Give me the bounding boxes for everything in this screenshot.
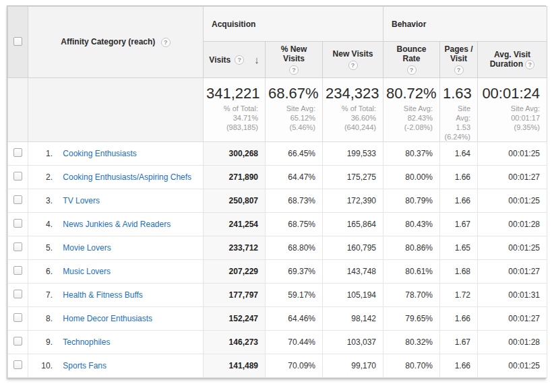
- table-row: 3. TV Lovers 250,807 68.73% 172,390 80.7…: [8, 189, 547, 213]
- help-icon[interactable]: ?: [407, 65, 417, 75]
- help-icon[interactable]: ?: [348, 61, 358, 70]
- avg-duration-cell: 00:01:25: [478, 142, 547, 166]
- help-icon[interactable]: ?: [525, 60, 534, 69]
- avg-duration-cell: 00:01:28: [478, 213, 547, 236]
- row-rank: 10.: [32, 361, 53, 370]
- bounce-rate-cell: 78.70%: [384, 284, 440, 307]
- pages-visit-cell: 1.66: [440, 189, 478, 213]
- row-checkbox[interactable]: [13, 148, 22, 157]
- column-header-pct-new-visits[interactable]: % New Visits ?: [266, 42, 323, 78]
- visits-cell: 152,247: [204, 307, 266, 331]
- summary-new-visits: 234,323 % of Total: 36.60% (640,244): [323, 78, 384, 142]
- row-checkbox-cell: [8, 307, 28, 331]
- pct-new-visits-cell: 64.46%: [266, 307, 323, 331]
- pct-new-visits-cell: 68.75%: [266, 213, 323, 236]
- row-checkbox[interactable]: [13, 337, 22, 346]
- table-row: 8. Home Decor Enthusiasts 152,247 64.46%…: [8, 307, 547, 331]
- pct-new-visits-cell: 70.09%: [266, 354, 323, 378]
- category-link[interactable]: Home Decor Enthusiasts: [63, 314, 152, 323]
- bounce-rate-cell: 80.86%: [384, 236, 440, 260]
- category-link[interactable]: Health & Fitness Buffs: [63, 290, 143, 300]
- category-link[interactable]: Cooking Enthusiasts/Aspiring Chefs: [63, 172, 191, 182]
- category-link[interactable]: Technophiles: [63, 337, 110, 347]
- pages-visit-cell: 1.68: [440, 260, 478, 284]
- pages-visit-cell: 1.67: [440, 331, 478, 354]
- table-row: 7. Health & Fitness Buffs 177,797 59.17%…: [8, 284, 547, 307]
- help-icon[interactable]: ?: [161, 38, 171, 47]
- new-visits-cell: 160,795: [323, 236, 384, 260]
- visits-cell: 207,229: [204, 260, 266, 284]
- pages-visit-cell: 1.65: [440, 236, 478, 260]
- category-cell: 6. Music Lovers: [28, 260, 204, 284]
- pct-new-visits-cell: 68.73%: [266, 189, 323, 213]
- row-checkbox[interactable]: [13, 195, 22, 204]
- table-row: 2. Cooking Enthusiasts/Aspiring Chefs 27…: [8, 166, 547, 189]
- category-column-header[interactable]: Affinity Category (reach) ?: [28, 7, 204, 78]
- row-checkbox[interactable]: [13, 242, 22, 251]
- affinity-report-table: Affinity Category (reach) ? Acquisition …: [7, 6, 547, 378]
- row-checkbox[interactable]: [13, 266, 22, 275]
- category-cell: 3. TV Lovers: [28, 189, 204, 213]
- category-cell: 9. Technophiles: [28, 331, 204, 354]
- column-header-new-visits[interactable]: New Visits ?: [323, 42, 384, 78]
- help-icon[interactable]: ?: [235, 55, 244, 65]
- new-visits-cell: 143,748: [323, 260, 384, 284]
- category-link[interactable]: Music Lovers: [63, 267, 111, 276]
- visits-cell: 177,797: [204, 284, 266, 307]
- new-visits-cell: 99,170: [323, 354, 384, 378]
- new-visits-cell: 175,275: [323, 166, 384, 189]
- bounce-rate-cell: 79.65%: [384, 307, 440, 331]
- select-all-checkbox[interactable]: [13, 37, 22, 46]
- row-checkbox-cell: [8, 331, 28, 354]
- row-checkbox[interactable]: [13, 172, 22, 181]
- avg-duration-cell: 00:01:27: [478, 307, 547, 331]
- summary-visits: 341,221 % of Total: 34.71% (983,185): [204, 78, 266, 142]
- visits-cell: 141,489: [204, 354, 266, 378]
- column-header-visits[interactable]: Visits ? ↓: [204, 42, 266, 78]
- analytics-report-card: Affinity Category (reach) ? Acquisition …: [7, 5, 546, 379]
- help-icon[interactable]: ?: [454, 65, 464, 75]
- avg-duration-cell: 00:01:27: [478, 260, 547, 284]
- row-rank: 7.: [32, 290, 53, 300]
- category-link[interactable]: Sports Fans: [63, 361, 106, 370]
- avg-duration-cell: 00:01:25: [478, 354, 547, 378]
- new-visits-cell: 98,142: [323, 307, 384, 331]
- avg-duration-cell: 00:01:28: [478, 331, 547, 354]
- category-link[interactable]: Cooking Enthusiasts: [63, 149, 136, 158]
- row-checkbox[interactable]: [13, 313, 22, 322]
- category-cell: 8. Home Decor Enthusiasts: [28, 307, 204, 331]
- summary-bounce-rate: 80.72% Site Avg: 82.43% (-2.08%): [384, 78, 440, 142]
- row-rank: 9.: [32, 337, 53, 347]
- row-checkbox-cell: [8, 260, 28, 284]
- category-link[interactable]: TV Lovers: [63, 196, 100, 205]
- table-row: 6. Music Lovers 207,229 69.37% 143,748 8…: [8, 260, 547, 284]
- row-rank: 3.: [32, 196, 53, 205]
- table-body: 341,221 % of Total: 34.71% (983,185) 68.…: [8, 78, 547, 378]
- avg-duration-cell: 00:01:31: [478, 284, 547, 307]
- column-header-avg-visit-duration[interactable]: Avg. Visit Duration ?: [478, 42, 547, 78]
- table-row: 9. Technophiles 146,273 70.44% 103,037 8…: [8, 331, 547, 354]
- category-cell: 4. News Junkies & Avid Readers: [28, 213, 204, 236]
- bounce-rate-cell: 80.37%: [384, 142, 440, 166]
- visits-cell: 250,807: [204, 189, 266, 213]
- row-rank: 8.: [32, 314, 53, 323]
- summary-pages-visit: 1.63 Site Avg: 1.53 (6.24%): [440, 78, 478, 142]
- column-header-pages-visit[interactable]: Pages / Visit ?: [440, 42, 478, 78]
- pct-new-visits-cell: 64.47%: [266, 166, 323, 189]
- new-visits-cell: 199,533: [323, 142, 384, 166]
- table-row: 10. Sports Fans 141,489 70.09% 99,170 80…: [8, 354, 547, 378]
- category-cell: 2. Cooking Enthusiasts/Aspiring Chefs: [28, 166, 204, 189]
- help-icon[interactable]: ?: [289, 65, 299, 75]
- row-checkbox[interactable]: [13, 360, 22, 369]
- pct-new-visits-cell: 66.45%: [266, 142, 323, 166]
- visits-cell: 300,268: [204, 142, 266, 166]
- category-link[interactable]: News Junkies & Avid Readers: [63, 220, 171, 229]
- row-checkbox-cell: [8, 284, 28, 307]
- row-rank: 1.: [32, 149, 53, 158]
- row-checkbox[interactable]: [13, 219, 22, 228]
- group-header-acquisition: Acquisition: [204, 7, 384, 42]
- category-link[interactable]: Movie Lovers: [63, 243, 111, 253]
- row-checkbox[interactable]: [13, 290, 22, 298]
- column-header-bounce-rate[interactable]: Bounce Rate ?: [384, 42, 440, 78]
- table-row: 4. News Junkies & Avid Readers 241,254 6…: [8, 213, 547, 236]
